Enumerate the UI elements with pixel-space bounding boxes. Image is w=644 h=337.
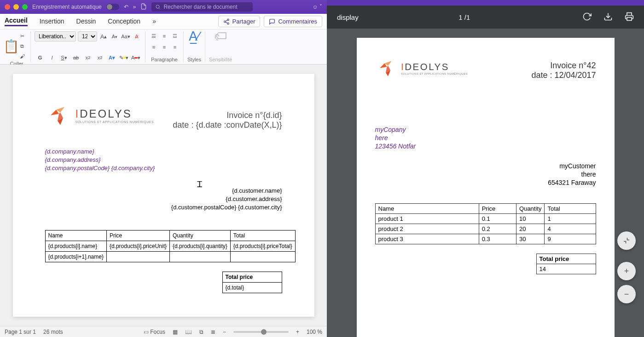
sensitivity-icon[interactable]: 🏷 [216, 31, 225, 41]
pdf-page: IDEOLYS SOLUTIONS ET APPLICATIONS NUMÉRI… [357, 38, 615, 337]
svg-point-4 [227, 23, 229, 24]
fit-page-button[interactable] [617, 231, 636, 250]
autosave-toggle[interactable] [106, 4, 119, 10]
font-name-select[interactable]: Liberation... [35, 31, 76, 41]
svg-line-5 [226, 22, 227, 23]
numbering-icon[interactable]: ≡ [160, 31, 169, 41]
search-box[interactable]: Rechercher dans le document [151, 2, 253, 12]
pdf-customer-block: myCustomer there 654321 Faraway [375, 162, 596, 187]
maximize-window-button[interactable] [22, 4, 28, 10]
increase-font-icon[interactable]: A▴ [99, 32, 108, 41]
word-window: Enregistrement automatique ↶ » Recherche… [0, 0, 327, 337]
zoom-percent[interactable]: 100 % [307, 329, 322, 335]
comment-icon [269, 18, 275, 25]
tab-conception[interactable]: Conception [108, 18, 140, 26]
bold-icon[interactable]: G [35, 53, 45, 62]
format-painter-icon[interactable]: 🖌 [17, 52, 27, 61]
search-placeholder: Rechercher dans le document [163, 4, 237, 10]
feedback-icon[interactable]: ☺ ˅ [312, 4, 322, 10]
tab-more[interactable]: » [152, 18, 156, 26]
table-row: product 10.1101 [375, 214, 596, 224]
statusbar: Page 1 sur 1 26 mots ▭ Focus ▦ 📖 ⧉ ≣ − +… [0, 326, 327, 337]
status-page[interactable]: Page 1 sur 1 [5, 329, 36, 335]
zoom-out-icon[interactable]: − [223, 329, 226, 335]
pdf-products-table: Name Price Quantity Total product 10.110… [375, 203, 596, 244]
undo-icon[interactable]: ↶ [124, 4, 128, 10]
outline-icon[interactable]: ≣ [211, 329, 215, 335]
font-size-select[interactable]: 12 [78, 31, 97, 41]
tab-accueil[interactable]: Accueil [5, 17, 28, 26]
pdf-viewer: display 1 /1 IDEOLYS SOLUT [327, 0, 644, 337]
ribbon-group-paragraph: ☰≡☲ ≡≡≡ Paragraphe [145, 31, 184, 62]
text-effects-icon[interactable]: A▾ [107, 53, 116, 62]
ribbon-group-font: Liberation... 12 A▴ A▾ Aa▾ A̷ G I S▾ ab … [31, 31, 145, 62]
download-icon[interactable] [603, 12, 613, 23]
multilevel-icon[interactable]: ☲ [170, 31, 180, 41]
more-quickaccess-icon[interactable]: » [133, 4, 136, 10]
share-button[interactable]: Partager [218, 16, 261, 27]
copy-icon[interactable]: ⧉ [17, 41, 27, 51]
company-placeholders: {d.company.name} {d.company.address} {d.… [45, 148, 282, 173]
web-layout-icon[interactable]: ⧉ [199, 329, 203, 335]
zoom-out-button[interactable]: − [617, 285, 636, 303]
pdf-company-block: myCopany here 123456 Notfar [375, 125, 596, 151]
table-row: {d.products[i].name} {d.products[i].pric… [45, 241, 295, 252]
invoice-header: Invoice n°{d.id} date : {d.date :convDat… [173, 111, 282, 130]
svg-point-0 [156, 5, 159, 8]
change-case-icon[interactable]: Aa▾ [121, 32, 130, 41]
font-color-icon[interactable]: A▾ [131, 53, 140, 62]
table-header-row: Name Price Quantity Total [375, 204, 596, 214]
table-row: product 30.3309 [375, 234, 596, 244]
focus-mode-button[interactable]: ▭ Focus [144, 329, 165, 335]
status-words[interactable]: 26 mots [43, 329, 63, 335]
strikethrough-icon[interactable]: ab [71, 53, 81, 62]
underline-icon[interactable]: S▾ [59, 53, 69, 62]
italic-icon[interactable]: I [47, 53, 57, 62]
comments-button[interactable]: Commentaires [264, 16, 322, 27]
read-mode-icon[interactable]: 📖 [185, 329, 192, 335]
print-layout-icon[interactable]: ▦ [173, 329, 178, 335]
document-icon[interactable] [140, 3, 147, 11]
pdf-page-indicator[interactable]: 1 /1 [458, 13, 470, 21]
zoom-slider[interactable] [233, 331, 289, 333]
print-icon[interactable] [625, 12, 634, 23]
bullets-icon[interactable]: ☰ [149, 31, 158, 41]
subscript-icon[interactable]: x2 [83, 53, 93, 62]
align-center-icon[interactable]: ≡ [160, 42, 169, 52]
paste-icon[interactable]: 📋 [6, 41, 16, 51]
ribbon: 📋 ✂ ⧉ 🖌 Coller Liberation... 12 A▴ A▾ Aa… [0, 30, 327, 65]
cut-icon[interactable]: ✂ [17, 31, 27, 41]
hummingbird-icon [45, 101, 73, 129]
rotate-icon[interactable] [582, 12, 592, 23]
pdf-invoice-header: Invoice n°42 date : 12/04/2017 [531, 61, 596, 80]
tab-dessin[interactable]: Dessin [76, 18, 96, 26]
table-header-row: Name Price Quantity Total [45, 231, 295, 241]
window-drag-area [327, 0, 644, 6]
table-row: product 20.2204 [375, 224, 596, 234]
align-right-icon[interactable]: ≡ [170, 42, 180, 52]
text-cursor-icon: Ꮖ [197, 180, 203, 189]
products-template-table: Name Price Quantity Total {d.products[i]… [45, 230, 296, 262]
close-window-button[interactable] [5, 4, 10, 10]
decrease-font-icon[interactable]: A▾ [110, 32, 119, 41]
superscript-icon[interactable]: x2 [95, 53, 104, 62]
pdf-body[interactable]: IDEOLYS SOLUTIONS ET APPLICATIONS NUMÉRI… [327, 29, 644, 337]
zoom-in-icon[interactable]: + [296, 329, 299, 335]
ribbon-group-styles: A̲⁄ Styles [184, 31, 205, 62]
total-template-table: Total price {d.total} [222, 272, 282, 293]
styles-icon[interactable]: A̲⁄ [190, 31, 199, 41]
tab-insertion[interactable]: Insertion [40, 18, 64, 26]
minimize-window-button[interactable] [13, 4, 19, 10]
document-page[interactable]: IDEOLYS SOLUTIONS ET APPLICATIONS NUMÉRI… [13, 74, 314, 317]
autosave-label: Enregistrement automatique [32, 4, 102, 10]
table-row: {d.products[i+1].name} [45, 252, 295, 262]
clear-formatting-icon[interactable]: A̷ [132, 32, 141, 41]
document-area[interactable]: IDEOLYS SOLUTIONS ET APPLICATIONS NUMÉRI… [0, 65, 327, 326]
pdf-title: display [337, 13, 359, 21]
svg-rect-12 [627, 17, 632, 20]
search-icon [155, 4, 161, 10]
svg-point-2 [227, 19, 229, 21]
zoom-in-button[interactable]: + [617, 262, 636, 280]
align-left-icon[interactable]: ≡ [149, 42, 158, 52]
highlight-icon[interactable]: ✎▾ [119, 53, 128, 62]
